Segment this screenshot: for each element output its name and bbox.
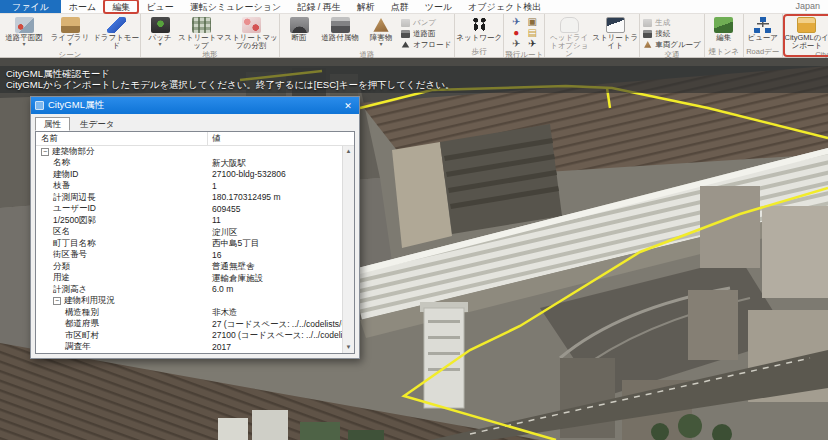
menu-tab-4[interactable]: 運転シミュレーション (182, 0, 289, 13)
ribbon-button-network[interactable]: ネットワーク (456, 15, 502, 42)
menu-tab-0[interactable]: ファイル (0, 0, 61, 13)
button-label: ネットワーク (456, 34, 502, 42)
attribute-row-16[interactable]: 市区町村27100 (コードスペース: ../../codelists/Comm… (36, 330, 342, 342)
vehicle-group-icon (643, 41, 652, 49)
airplane-delete-icon[interactable]: ✈ (524, 39, 540, 50)
attribute-name: 調査年 (65, 342, 91, 354)
ribbon-button-smoke-edit[interactable]: 編集 (706, 15, 742, 42)
scroll-down-icon[interactable]: ▼ (343, 342, 354, 353)
attribute-row-10[interactable]: 分類普通無壁舎 (36, 261, 342, 273)
button-label: ビューア (747, 34, 778, 42)
attribute-row-1[interactable]: 名称新大阪駅 (36, 158, 342, 170)
patch-icon (151, 17, 170, 33)
ribbon-group-8: ビューアRoadデータ (744, 14, 783, 57)
ribbon-button-viewer[interactable]: ビューア (745, 15, 781, 42)
dialog-titlebar[interactable]: CityGML属性 ✕ (31, 97, 359, 114)
attribute-row-0[interactable]: −建築物部分 (36, 146, 342, 158)
vertical-scrollbar[interactable]: ▲ ▼ (342, 146, 354, 353)
dropdown-arrow-icon[interactable]: ▾ (379, 42, 382, 47)
attribute-name: 分類 (53, 261, 70, 273)
ribbon-button-road-plan[interactable]: 道路平面図▾ (1, 15, 47, 47)
attribute-row-12[interactable]: 計測高さ6.0 m (36, 284, 342, 296)
attribute-row-3[interactable]: 枝番1 (36, 181, 342, 193)
dropdown-arrow-icon[interactable]: ▾ (158, 42, 161, 47)
attribute-value: 6.0 m (208, 284, 342, 296)
attribute-name: 建物ID (53, 169, 79, 181)
attribute-value: 淀川区 (208, 227, 342, 239)
ribbon-button-street-map[interactable]: ストリートマップ (178, 15, 224, 50)
ribbon-button-vehicle-group[interactable]: 車両グループ (643, 39, 701, 50)
menu-tab-5[interactable]: 記録 / 再生 (289, 0, 349, 13)
dialog-title: CityGML属性 (48, 99, 337, 112)
attribute-row-8[interactable]: 町丁目名称西中島5丁目 (36, 238, 342, 250)
ribbon-button-bump[interactable]: バンプ (401, 17, 451, 28)
attribute-row-15[interactable]: 都道府県27 (コードスペース: ../../codelists/Common_… (36, 319, 342, 331)
attribute-row-4[interactable]: 計測周辺長180.170312495 m (36, 192, 342, 204)
column-value[interactable]: 値 (208, 132, 354, 145)
attribute-value: 11 (208, 215, 342, 227)
attribute-row-14[interactable]: 構造種別非木造 (36, 307, 342, 319)
ribbon-group-5: ヘッドライトオプションストリートライトヘッドライト (545, 14, 640, 57)
ribbon-button-offroad[interactable]: オフロード (401, 39, 451, 50)
ribbon-button-road-surface[interactable]: 道路面 (401, 28, 451, 39)
menu-tab-7[interactable]: 点群 (383, 0, 417, 13)
road-surface-icon (401, 30, 410, 38)
attribute-row-17[interactable]: 調査年2017 (36, 342, 342, 354)
ribbon-button-generate[interactable]: 生成 (643, 17, 701, 28)
smoke-edit-icon (714, 17, 733, 33)
tree-collapse-icon[interactable]: − (53, 297, 61, 305)
attribute-name: ユーザーID (53, 204, 96, 216)
group-label: 歩行 (456, 47, 502, 57)
ribbon-button-citygml-import[interactable]: CityGMLのインポート (784, 15, 828, 50)
ribbon-group-6: 生成接続車両グループ交通 (640, 14, 705, 57)
attribute-row-2[interactable]: 建物ID27100-bldg-532806 (36, 169, 342, 181)
tab-rawdata[interactable]: 生データ (71, 117, 123, 131)
ribbon-group-9: CityGMLのインポート属性表示を終了CityGML (783, 14, 828, 57)
dropdown-arrow-icon[interactable]: ▾ (68, 42, 71, 47)
ribbon-button-cross-section[interactable]: 断面 (281, 15, 317, 42)
menu-tab-8[interactable]: ツール (417, 0, 460, 13)
scroll-up-icon[interactable]: ▲ (343, 146, 354, 157)
menu-tab-2[interactable]: 編集 (104, 0, 138, 13)
attribute-row-7[interactable]: 区名淀川区 (36, 227, 342, 239)
button-label: 編集 (716, 34, 731, 42)
menu-bar: ファイルホーム編集ビュー運転シミュレーション記録 / 再生解析点群ツールオブジェ… (0, 0, 828, 14)
ribbon-button-library[interactable]: ライブラリ▾ (47, 15, 93, 47)
attribute-name: 計測高さ (53, 284, 87, 296)
ribbon-group-2: 断面道路付属物障害物▾バンプ道路面オフロード道路 (280, 14, 455, 57)
road-plan-icon (15, 17, 34, 33)
button-label: ストリートライト (592, 34, 638, 50)
button-label: 生成 (655, 18, 670, 28)
attribute-row-9[interactable]: 街区番号16 (36, 250, 342, 262)
ribbon-button-connect[interactable]: 接続 (643, 28, 701, 39)
attribute-name: 建物利用現況 (64, 296, 115, 308)
menu-tab-9[interactable]: オブジェクト検出 (460, 0, 549, 13)
button-label: ストリートマップの分割 (224, 34, 278, 50)
menu-tab-1[interactable]: ホーム (61, 0, 104, 13)
ribbon-button-street-light[interactable]: ストリートライト (592, 15, 638, 50)
tab-attributes[interactable]: 属性 (35, 117, 70, 131)
menu-tab-6[interactable]: 解析 (349, 0, 383, 13)
button-label: オフロード (413, 40, 451, 50)
attribute-row-13[interactable]: −建物利用現況 (36, 296, 342, 308)
attribute-name: 枝番 (53, 181, 70, 193)
ribbon-button-headlight-option[interactable]: ヘッドライトオプション (546, 15, 592, 58)
attribute-row-6[interactable]: 1/2500図郭11 (36, 215, 342, 227)
ribbon-button-road-accessory[interactable]: 道路付属物 (317, 15, 363, 42)
ribbon-button-street-map-split[interactable]: ストリートマップの分割 (224, 15, 278, 50)
region-label: Japan (795, 1, 820, 11)
ribbon-button-draft-mode[interactable]: ドラフトモード (93, 15, 139, 50)
attribute-row-11[interactable]: 用途運輸倉庫施設 (36, 273, 342, 285)
citygml-import-icon (797, 17, 816, 33)
close-icon[interactable]: ✕ (341, 101, 355, 111)
ribbon-button-obstacle[interactable]: 障害物▾ (363, 15, 399, 47)
menu-tab-3[interactable]: ビュー (138, 0, 181, 13)
tree-collapse-icon[interactable]: − (41, 148, 49, 156)
ribbon-button-patch[interactable]: パッチ▾ (142, 15, 178, 47)
connect-icon (643, 30, 652, 38)
3d-viewport[interactable]: CityGML属性確認モード CityGMLからインポートしたモデルを選択してく… (0, 58, 828, 440)
airplane-icon[interactable]: ✈ (508, 39, 524, 50)
attribute-row-5[interactable]: ユーザーID609455 (36, 204, 342, 216)
column-name[interactable]: 名前 (36, 132, 208, 145)
dropdown-arrow-icon[interactable]: ▾ (22, 42, 25, 47)
